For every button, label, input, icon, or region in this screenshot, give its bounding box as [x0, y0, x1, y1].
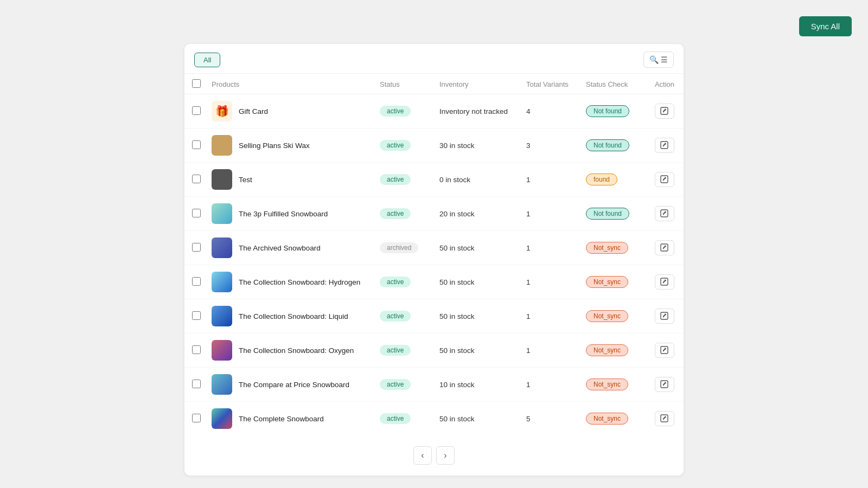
row-product-cell: The Compare at Price Snowboard	[206, 368, 374, 402]
status-badge: active	[380, 174, 411, 185]
edit-button[interactable]	[655, 138, 674, 153]
table-header: Products Status Inventory Total Variants…	[184, 74, 684, 94]
row-statuscheck-cell: Not_sync	[580, 231, 646, 265]
product-thumbnail	[212, 203, 232, 224]
edit-icon	[660, 414, 669, 423]
row-action-cell	[646, 402, 684, 436]
row-checkbox-cell	[184, 333, 206, 368]
filter-icon: ☰	[661, 55, 668, 64]
table-row: The Archived Snowboard archived 50 in st…	[184, 231, 684, 265]
row-action-cell	[646, 368, 684, 402]
row-variants-cell: 1	[521, 368, 580, 402]
edit-button[interactable]	[655, 411, 674, 426]
row-statuscheck-cell: Not found	[580, 129, 646, 163]
row-statuscheck-cell: Not_sync	[580, 368, 646, 402]
row-variants-cell: 3	[521, 129, 580, 163]
status-badge: active	[380, 379, 411, 390]
row-status-cell: active	[374, 129, 434, 163]
row-checkbox-cell	[184, 265, 206, 299]
product-thumbnail	[212, 272, 232, 292]
main-card: All 🔍 ☰ Products Status Inventory Total …	[184, 44, 684, 476]
products-table-wrap: Products Status Inventory Total Variants…	[184, 74, 684, 435]
row-inventory-cell: Inventory not tracked	[434, 94, 521, 129]
row-inventory-cell: 30 in stock	[434, 129, 521, 163]
status-check-badge: Not_sync	[586, 378, 628, 390]
row-action-cell	[646, 265, 684, 299]
row-status-cell: archived	[374, 231, 434, 265]
row-checkbox[interactable]	[192, 140, 201, 149]
row-checkbox[interactable]	[192, 345, 201, 354]
row-statuscheck-cell: Not found	[580, 94, 646, 129]
row-variants-cell: 1	[521, 333, 580, 368]
row-inventory-cell: 10 in stock	[434, 368, 521, 402]
product-thumbnail	[212, 340, 232, 361]
row-variants-cell: 4	[521, 94, 580, 129]
row-status-cell: active	[374, 368, 434, 402]
product-name: The Collection Snowboard: Oxygen	[239, 346, 354, 355]
edit-button[interactable]	[655, 377, 674, 392]
product-name: The Collection Snowboard: Hydrogen	[239, 278, 360, 286]
table-row: The Complete Snowboard active 50 in stoc…	[184, 402, 684, 436]
edit-button[interactable]	[655, 206, 674, 221]
row-checkbox[interactable]	[192, 209, 201, 217]
row-status-cell: active	[374, 299, 434, 333]
status-check-badge: Not found	[586, 139, 629, 151]
edit-icon	[660, 175, 669, 184]
status-badge: active	[380, 208, 411, 219]
search-icon: 🔍	[649, 55, 659, 64]
row-checkbox[interactable]	[192, 175, 201, 183]
status-badge: archived	[380, 242, 418, 253]
row-statuscheck-cell: Not_sync	[580, 299, 646, 333]
status-badge: active	[380, 106, 411, 117]
product-thumbnail: 🎁	[212, 101, 232, 121]
row-action-cell	[646, 163, 684, 197]
select-all-checkbox[interactable]	[192, 79, 201, 88]
row-inventory-cell: 50 in stock	[434, 299, 521, 333]
row-product-cell: The Collection Snowboard: Hydrogen	[206, 265, 374, 299]
row-variants-cell: 1	[521, 197, 580, 231]
product-name: The Complete Snowboard	[239, 415, 324, 423]
status-badge: active	[380, 277, 411, 287]
table-row: Selling Plans Ski Wax active 30 in stock…	[184, 129, 684, 163]
edit-icon	[660, 209, 669, 218]
table-row: The Collection Snowboard: Liquid active …	[184, 299, 684, 333]
edit-button[interactable]	[655, 104, 674, 119]
edit-button[interactable]	[655, 309, 674, 324]
row-action-cell	[646, 333, 684, 368]
status-badge: active	[380, 413, 411, 424]
row-inventory-cell: 50 in stock	[434, 265, 521, 299]
edit-button[interactable]	[655, 240, 674, 255]
tab-all[interactable]: All	[194, 53, 220, 67]
row-checkbox-cell	[184, 231, 206, 265]
row-checkbox[interactable]	[192, 414, 201, 422]
edit-button[interactable]	[655, 343, 674, 358]
row-action-cell	[646, 94, 684, 129]
row-checkbox[interactable]	[192, 106, 201, 115]
product-name: Gift Card	[239, 107, 268, 115]
edit-button[interactable]	[655, 172, 674, 187]
table-row: The Collection Snowboard: Hydrogen activ…	[184, 265, 684, 299]
status-check-badge: Not_sync	[586, 242, 628, 254]
col-header-products: Products	[206, 74, 374, 94]
row-checkbox[interactable]	[192, 277, 201, 286]
row-statuscheck-cell: Not_sync	[580, 265, 646, 299]
row-checkbox[interactable]	[192, 243, 201, 252]
edit-button[interactable]	[655, 274, 674, 290]
product-name: The Compare at Price Snowboard	[239, 381, 349, 389]
products-table: Products Status Inventory Total Variants…	[184, 74, 684, 435]
edit-icon	[660, 380, 669, 389]
row-checkbox[interactable]	[192, 311, 201, 320]
prev-page-button[interactable]: ‹	[413, 446, 432, 465]
row-action-cell	[646, 129, 684, 163]
next-page-button[interactable]: ›	[436, 446, 455, 465]
status-check-badge: Not_sync	[586, 310, 628, 322]
row-inventory-cell: 50 in stock	[434, 231, 521, 265]
edit-icon	[660, 278, 669, 286]
search-filter-button[interactable]: 🔍 ☰	[643, 52, 674, 68]
row-checkbox-cell	[184, 299, 206, 333]
product-name: The Archived Snowboard	[239, 244, 321, 252]
sync-all-button[interactable]: Sync All	[799, 16, 852, 36]
status-badge: active	[380, 345, 411, 356]
row-checkbox[interactable]	[192, 380, 201, 388]
row-product-cell: 🎁 Gift Card	[206, 94, 374, 129]
